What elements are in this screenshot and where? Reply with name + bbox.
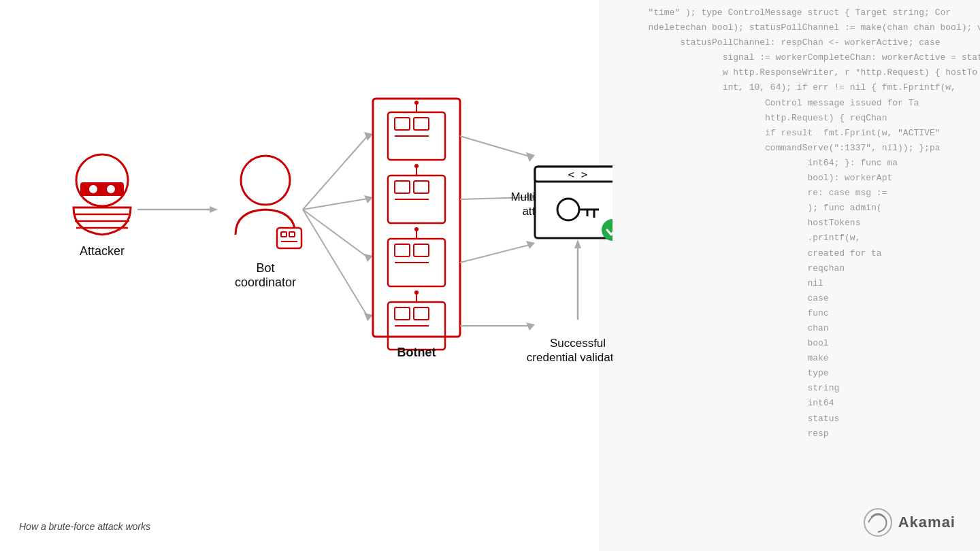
svg-line-20 bbox=[303, 210, 368, 316]
svg-point-3 bbox=[107, 185, 115, 193]
bot-coordinator-label-line2: coordinator bbox=[235, 276, 296, 289]
svg-marker-8 bbox=[210, 206, 218, 213]
svg-rect-1 bbox=[80, 182, 124, 196]
successful-cred-line2: credential validation bbox=[527, 351, 612, 364]
svg-line-51 bbox=[460, 245, 529, 263]
svg-point-46 bbox=[414, 290, 419, 295]
successful-cred-line1: Successful bbox=[550, 337, 606, 350]
svg-marker-15 bbox=[364, 132, 373, 141]
svg-point-40 bbox=[414, 227, 419, 231]
code-background: "time" ); type ControlMessage struct { T… bbox=[599, 0, 980, 551]
svg-line-14 bbox=[303, 136, 368, 210]
svg-point-0 bbox=[76, 154, 128, 206]
attacker-label: Attacker bbox=[80, 244, 125, 258]
caption: How a brute-force attack works bbox=[19, 521, 150, 532]
svg-marker-19 bbox=[364, 254, 373, 262]
svg-line-47 bbox=[460, 136, 529, 156]
diagram-svg: Attacker Bot coordinator bbox=[0, 0, 612, 551]
akamai-logo: Akamai bbox=[862, 506, 956, 539]
svg-point-28 bbox=[414, 101, 419, 105]
svg-text:< >: < > bbox=[568, 168, 588, 181]
svg-point-2 bbox=[89, 185, 97, 193]
akamai-logo-text: Akamai bbox=[898, 514, 956, 531]
svg-line-16 bbox=[303, 199, 368, 210]
svg-point-34 bbox=[414, 164, 419, 168]
svg-line-18 bbox=[303, 210, 368, 257]
svg-marker-65 bbox=[574, 239, 581, 248]
svg-marker-48 bbox=[526, 152, 535, 162]
svg-point-9 bbox=[241, 156, 290, 205]
botnet-label: Botnet bbox=[397, 346, 436, 359]
svg-marker-21 bbox=[364, 313, 373, 321]
svg-rect-10 bbox=[277, 228, 301, 248]
akamai-logo-icon bbox=[862, 506, 894, 539]
code-text: "time" ); type ControlMessage struct { T… bbox=[599, 0, 980, 462]
bot-coordinator-label-line1: Bot bbox=[256, 261, 274, 275]
